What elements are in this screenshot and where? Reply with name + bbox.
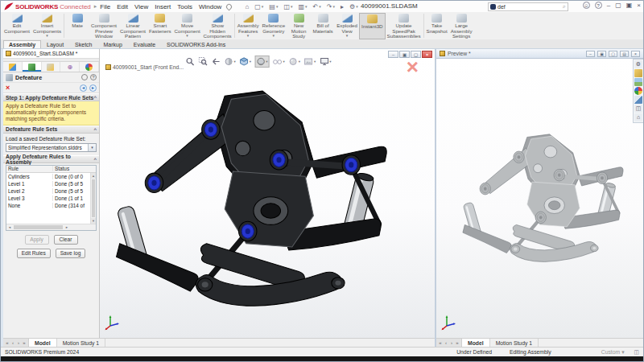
- redo-button[interactable]: ↷▾: [327, 3, 335, 10]
- ribbon-button-smart-fasteners[interactable]: Smart Fasteners: [147, 13, 173, 39]
- tab-evaluate[interactable]: Evaluate: [128, 40, 161, 48]
- home-button[interactable]: ⌂: [245, 3, 249, 10]
- dimxpertmanager-tab[interactable]: ⊕: [60, 62, 80, 72]
- next-step-button[interactable]: ►: [89, 84, 97, 92]
- displaymanager-tab[interactable]: [80, 62, 99, 72]
- preview-dock-button[interactable]: ▤: [620, 51, 629, 57]
- model-tab[interactable]: Model: [29, 339, 57, 347]
- preview-restore-button[interactable]: ▣: [597, 51, 606, 57]
- tab-sketch[interactable]: Sketch: [69, 40, 97, 48]
- unit-system-dropdown[interactable]: Custom ▾: [601, 349, 625, 356]
- doc-minimize-button[interactable]: –: [388, 51, 398, 58]
- configurationmanager-tab[interactable]: [42, 62, 61, 72]
- view-palette-icon[interactable]: [634, 78, 642, 86]
- preview-minimize-button[interactable]: –: [586, 51, 595, 57]
- table-row-level-2[interactable]: Level 2Done (5 of 5: [6, 187, 90, 195]
- rule-sets-section-header[interactable]: Defeature Rule Sets^: [3, 125, 99, 134]
- home-icon[interactable]: ⌂: [634, 113, 642, 121]
- motion-study-tab[interactable]: Motion Study 1: [57, 339, 105, 347]
- tab-scroll-buttons[interactable]: «‹›»: [436, 339, 462, 347]
- custom-properties-icon[interactable]: [634, 96, 642, 104]
- table-vertical-scrollbar[interactable]: ▲▼: [90, 173, 96, 224]
- tab-layout[interactable]: Layout: [41, 40, 69, 48]
- motion-study-tab[interactable]: Motion Study 1: [490, 339, 539, 347]
- rebuild-button[interactable]: ▸: [341, 3, 344, 10]
- propertymanager-tab[interactable]: [23, 62, 42, 72]
- caret-down-icon[interactable]: ▾: [88, 144, 96, 151]
- table-row-none[interactable]: NoneDone (314 of: [6, 202, 90, 209]
- scroll-right-icon[interactable]: ►: [64, 225, 70, 229]
- graphics-viewport[interactable]: – ▣ ▢ × ▾ ▾ ▾ ▾ ▾ ▾: [100, 49, 435, 338]
- menu-file[interactable]: File: [100, 3, 110, 10]
- ribbon-button-component-preview-window[interactable]: Component Preview Window: [89, 13, 118, 39]
- apply-scene-button[interactable]: ▾: [303, 56, 316, 67]
- clear-button[interactable]: Clear: [54, 235, 78, 245]
- menu-window[interactable]: Window: [199, 3, 221, 10]
- status-column-header[interactable]: Status: [53, 166, 96, 171]
- ribbon-button-assembly-features[interactable]: Assembly Features▾: [236, 13, 261, 39]
- search-icon[interactable]: ⌕: [563, 3, 566, 10]
- view-orientation-button[interactable]: ▾: [239, 56, 252, 67]
- section-view-button[interactable]: ▾: [224, 56, 237, 67]
- assembly-model[interactable]: [101, 86, 414, 332]
- doc-close-button[interactable]: ×: [422, 51, 432, 58]
- scroll-down-icon[interactable]: ▼: [91, 218, 96, 224]
- open-document-button[interactable]: ▤▾: [269, 3, 278, 10]
- preview-close-button[interactable]: ×: [631, 51, 640, 57]
- scroll-up-icon[interactable]: ▲: [91, 173, 96, 179]
- print-button[interactable]: ▥▾: [298, 3, 307, 10]
- table-row-cylinders[interactable]: CylindersDone (0 of 0: [6, 173, 90, 180]
- previous-step-button[interactable]: ◄: [80, 84, 87, 92]
- zoom-to-fit-button[interactable]: [185, 56, 196, 67]
- ribbon-button-linear-component-pattern[interactable]: Linear Component Pattern▾: [118, 13, 147, 39]
- help-icon[interactable]: ?: [90, 74, 97, 80]
- rule-set-dropdown[interactable]: Simplified Representation.slddrs ▾: [6, 143, 97, 152]
- ribbon-button-show-hidden-components[interactable]: Show Hidden Components: [202, 13, 233, 39]
- confirmation-corner-cancel[interactable]: ×: [407, 56, 419, 77]
- edit-appearance-button[interactable]: ▾: [288, 56, 301, 67]
- menu-insert[interactable]: Insert: [155, 3, 171, 10]
- apply-button[interactable]: Apply: [25, 235, 49, 245]
- ribbon-button-large-assembly-settings[interactable]: Large Assembly Settings: [449, 13, 474, 39]
- table-horizontal-scrollbar[interactable]: ◄►: [6, 224, 96, 230]
- close-button[interactable]: ×: [637, 2, 641, 9]
- ribbon-button-take-snapshot[interactable]: Take Snapshot: [425, 13, 449, 39]
- ribbon-button-insert-components[interactable]: Insert Components▾: [31, 13, 63, 39]
- tab-markup[interactable]: Markup: [98, 40, 128, 48]
- menu-view[interactable]: View: [134, 3, 148, 10]
- pushpin-icon[interactable]: [225, 2, 233, 10]
- menu-edit[interactable]: Edit: [117, 3, 128, 10]
- breadcrumb[interactable]: 40099001_Start (Front End...: [105, 64, 184, 70]
- search-input-value[interactable]: def: [497, 4, 506, 10]
- rule-column-header[interactable]: Rule: [6, 166, 53, 171]
- ribbon-button-edit-component[interactable]: Edit Component: [2, 13, 31, 39]
- scroll-left-icon[interactable]: ◄: [6, 225, 13, 229]
- cancel-icon[interactable]: ×: [6, 84, 10, 92]
- ribbon-button-update-speedpak-subassemblies[interactable]: Update SpeedPak Subassemblies: [386, 13, 423, 39]
- feature-tree-document-row[interactable]: 40099001_Start.SLDASM *: [3, 49, 99, 59]
- tab-assembly[interactable]: Assembly: [3, 40, 41, 48]
- design-library-icon[interactable]: [634, 69, 642, 77]
- table-row-level-1[interactable]: Level 1Done (5 of 5: [6, 180, 90, 187]
- minimize-button[interactable]: –: [607, 2, 610, 9]
- preview-maximize-button[interactable]: ▢: [609, 51, 617, 57]
- edit-rules-button[interactable]: Edit Rules: [17, 249, 51, 258]
- ribbon-button-mate[interactable]: Mate: [65, 13, 89, 39]
- new-document-button[interactable]: ▢▾: [254, 3, 263, 10]
- zoom-to-area-button[interactable]: [198, 56, 208, 67]
- solidworks-resources-icon[interactable]: ⚙: [634, 60, 642, 68]
- menu-tools[interactable]: Tools: [177, 3, 192, 10]
- display-style-button[interactable]: ▾: [254, 56, 269, 68]
- user-account-icon[interactable]: ☺: [583, 2, 590, 9]
- preview-viewport[interactable]: ⚙ ◫ ⌂: [436, 59, 643, 338]
- apply-rules-section-header[interactable]: Apply Defeature Rules to Assembly^: [3, 155, 99, 163]
- ribbon-button-reference-geometry[interactable]: Reference Geometry▾: [261, 13, 287, 39]
- search-box[interactable]: def ⌕: [488, 2, 568, 11]
- options-button[interactable]: ⚙▾: [349, 3, 358, 10]
- table-row-level-3[interactable]: Level 3Done (1 of 1: [6, 195, 90, 202]
- restore-button[interactable]: ▣: [626, 2, 633, 9]
- tab-solidworks-add-ins[interactable]: SOLIDWORKS Add-Ins: [161, 40, 231, 48]
- help-icon[interactable]: ?: [595, 2, 602, 9]
- maximize-button[interactable]: ▢: [615, 2, 621, 9]
- undo-button[interactable]: ↶▾: [313, 3, 321, 10]
